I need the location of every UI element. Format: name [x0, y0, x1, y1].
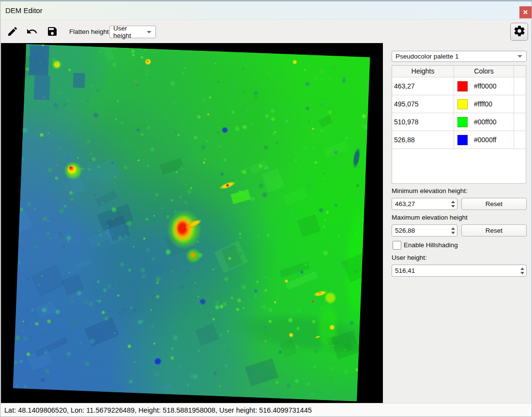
color-cell[interactable]: #ff0000 — [454, 77, 514, 95]
spin-down-button[interactable] — [451, 205, 455, 208]
chevron-down-icon — [517, 55, 522, 58]
save-icon — [46, 26, 58, 39]
min-reset-button[interactable]: Reset — [461, 198, 527, 210]
user-height-label: User height: — [392, 254, 427, 261]
heights-column-header: Heights — [392, 66, 454, 77]
color-swatch — [457, 135, 468, 145]
spin-up-button[interactable] — [451, 201, 455, 203]
row-gutter — [514, 95, 526, 113]
color-swatch — [457, 81, 468, 91]
palette-table-body: 463,27#ff0000495,075#ffff00510,978#00ff0… — [392, 77, 526, 149]
color-swatch — [457, 99, 468, 109]
hillshading-checkbox[interactable] — [393, 241, 401, 250]
title-bar: DEM Editor ✕ — [0, 0, 532, 20]
max-reset-button[interactable]: Reset — [461, 224, 527, 237]
page-title: DEM Editor — [5, 6, 43, 15]
save-button[interactable] — [45, 25, 60, 39]
min-elevation-input[interactable]: 463,27 — [392, 198, 457, 210]
height-cell[interactable]: 526,88 — [392, 131, 454, 149]
settings-button[interactable] — [510, 23, 528, 41]
spin-up-button[interactable] — [520, 268, 524, 270]
dem-canvas[interactable] — [1, 43, 383, 403]
close-icon: ✕ — [523, 9, 528, 16]
undo-icon — [26, 26, 38, 39]
max-elevation-label: Maximum elevation height — [392, 214, 468, 221]
palette-table-header: Heights Colors — [392, 66, 526, 77]
gear-icon — [513, 25, 526, 39]
height-cell[interactable]: 510,978 — [392, 113, 454, 131]
max-elevation-value: 526,88 — [395, 225, 415, 236]
flatten-height-value: User height — [113, 25, 144, 39]
status-bar: Lat: 48.1409806520, Lon: 11.5679226489, … — [0, 403, 532, 417]
colors-column-header: Colors — [454, 66, 514, 77]
spin-down-button[interactable] — [451, 232, 455, 234]
color-hex: #ff0000 — [474, 82, 496, 90]
table-header-gutter — [514, 66, 526, 77]
user-height-input[interactable]: 516,41 — [392, 265, 527, 277]
dem-editor-window: DEM Editor ✕ Flatten height User height … — [0, 0, 532, 417]
min-elevation-value: 463,27 — [395, 198, 415, 209]
palette-dropdown[interactable]: Pseudocolor palette 1 — [392, 51, 527, 62]
color-hex: #ffff00 — [474, 100, 492, 108]
edit-button[interactable] — [5, 25, 20, 39]
status-text: Lat: 48.1409806520, Lon: 11.5679226489, … — [4, 406, 312, 414]
palette-dropdown-value: Pseudocolor palette 1 — [395, 53, 459, 60]
table-row[interactable]: 510,978#00ff00 — [392, 113, 526, 131]
table-row[interactable]: 526,88#0000ff — [392, 131, 526, 149]
pencil-icon — [7, 26, 18, 39]
palette-table: Heights Colors 463,27#ff0000495,075#ffff… — [392, 65, 526, 184]
color-hex: #00ff00 — [474, 118, 496, 126]
row-gutter — [514, 131, 526, 149]
spin-up-button[interactable] — [451, 227, 455, 230]
color-cell[interactable]: #0000ff — [454, 131, 514, 149]
table-row[interactable]: 463,27#ff0000 — [392, 77, 526, 95]
hillshading-label: Enable Hillshading — [404, 241, 458, 250]
color-hex: #0000ff — [474, 136, 496, 144]
min-elevation-label: Minimum elevation height: — [392, 187, 468, 194]
toolbar: Flatten height User height — [0, 20, 532, 43]
user-height-value: 516,41 — [395, 265, 415, 276]
spin-down-button[interactable] — [520, 272, 524, 274]
close-button[interactable]: ✕ — [519, 6, 532, 18]
color-swatch — [457, 117, 468, 127]
height-cell[interactable]: 463,27 — [392, 77, 454, 95]
row-gutter — [514, 113, 526, 131]
table-row[interactable]: 495,075#ffff00 — [392, 95, 526, 113]
dem-viewport — [1, 43, 383, 403]
max-elevation-input[interactable]: 526,88 — [392, 224, 457, 237]
color-cell[interactable]: #00ff00 — [454, 113, 514, 131]
flatten-height-label: Flatten height — [69, 20, 109, 43]
chevron-down-icon — [147, 31, 152, 33]
side-panel: Pseudocolor palette 1 Heights Colors 463… — [388, 45, 532, 403]
height-cell[interactable]: 495,075 — [392, 95, 454, 113]
row-gutter — [514, 77, 526, 95]
undo-button[interactable] — [25, 25, 39, 39]
color-cell[interactable]: #ffff00 — [454, 95, 514, 113]
flatten-height-dropdown[interactable]: User height — [109, 26, 156, 38]
